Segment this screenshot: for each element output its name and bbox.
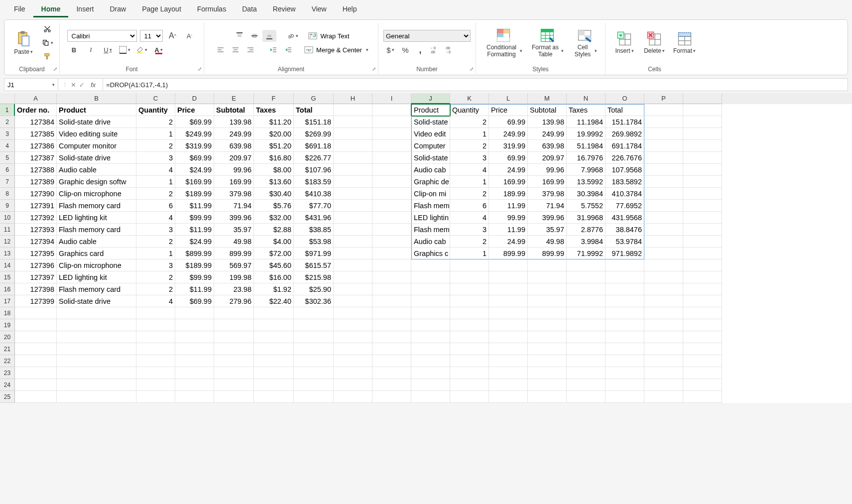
cell[interactable]: 71.94 [528,200,567,212]
cell[interactable] [334,236,372,248]
cell[interactable] [372,307,411,319]
cell[interactable] [136,391,175,403]
cell[interactable] [57,391,136,403]
cell[interactable]: $99.99 [175,271,214,283]
cell[interactable] [683,224,722,236]
col-header-O[interactable]: O [606,93,644,104]
cell[interactable]: 2 [136,140,175,152]
cell[interactable]: Total [606,104,644,116]
cell[interactable]: 169.99 [528,176,567,188]
cell[interactable]: 127397 [15,271,57,283]
cell[interactable] [294,307,334,319]
cell[interactable] [683,200,722,212]
cell[interactable]: $410.38 [294,188,334,200]
cell[interactable]: $16.00 [254,271,294,283]
menu-tab-draw[interactable]: Draw [102,2,134,17]
cell[interactable]: $899.99 [175,248,214,259]
cell[interactable] [528,319,567,331]
decrease-indent-icon[interactable] [266,44,280,56]
cell[interactable] [567,283,606,295]
cell[interactable]: 30.3984 [567,188,606,200]
row-header[interactable]: 25 [0,391,15,403]
cell[interactable] [683,319,722,331]
cell[interactable]: $431.96 [294,212,334,224]
cell[interactable] [334,259,372,271]
merge-center-button[interactable]: a Merge & Center ▾ [304,46,368,54]
cell[interactable]: 127384 [15,116,57,128]
row-header[interactable]: 4 [0,140,15,152]
cell[interactable]: Price [175,104,214,116]
cell[interactable] [334,140,372,152]
cell[interactable]: 971.9892 [606,248,644,259]
cell[interactable]: $38.85 [294,224,334,236]
cell[interactable] [254,391,294,403]
cell[interactable]: 226.7676 [606,152,644,164]
cell[interactable]: 11.99 [489,200,528,212]
cell[interactable]: $107.96 [294,164,334,176]
number-format-select[interactable]: General [383,30,471,42]
cell[interactable]: 139.98 [214,116,254,128]
col-header-J[interactable]: J [411,93,450,104]
cell[interactable] [334,295,372,307]
orientation-icon[interactable]: ab▾ [285,30,299,42]
dialog-launcher-icon[interactable]: ⤢ [470,66,474,72]
row-header[interactable]: 17 [0,295,15,307]
cell[interactable] [372,128,411,140]
cell[interactable] [644,295,683,307]
cell[interactable]: Price [489,104,528,116]
cell[interactable]: $32.00 [254,212,294,224]
cell[interactable] [334,116,372,128]
cell[interactable]: 2 [136,283,175,295]
cell[interactable] [644,307,683,319]
cell[interactable] [644,271,683,283]
cell[interactable] [528,343,567,355]
cell[interactable]: Quantity [136,104,175,116]
cell[interactable]: $16.80 [254,152,294,164]
cell[interactable] [294,355,334,367]
cell[interactable] [450,283,489,295]
cell[interactable]: $11.20 [254,116,294,128]
cell[interactable] [334,200,372,212]
cell[interactable] [489,283,528,295]
cell[interactable] [606,271,644,283]
cell[interactable]: Solid-state drive [57,116,136,128]
cell[interactable] [567,331,606,343]
cell[interactable]: 127392 [15,212,57,224]
cell[interactable] [254,355,294,367]
cell[interactable] [294,343,334,355]
cell[interactable]: 24.99 [489,164,528,176]
align-middle-icon[interactable] [247,30,261,42]
cell[interactable] [15,355,57,367]
cell[interactable]: 4 [450,212,489,224]
row-header[interactable]: 11 [0,224,15,236]
cell[interactable]: 11.1984 [567,116,606,128]
cell[interactable] [175,367,214,379]
row-header[interactable]: 15 [0,271,15,283]
cell[interactable] [254,343,294,355]
cell[interactable] [644,128,683,140]
col-header-C[interactable]: C [136,93,175,104]
cell[interactable] [606,295,644,307]
cell[interactable]: 379.98 [214,188,254,200]
format-as-table-button[interactable]: Format as Table▾ [527,27,567,59]
cell[interactable] [372,355,411,367]
row-header[interactable]: 8 [0,188,15,200]
cell[interactable] [372,367,411,379]
cell[interactable] [683,379,722,391]
col-header-L[interactable]: L [489,93,528,104]
cell[interactable] [683,307,722,319]
cell[interactable]: 279.96 [214,295,254,307]
increase-indent-icon[interactable] [281,44,295,56]
cell[interactable]: 2 [450,188,489,200]
cell[interactable]: Graphics c [411,248,450,259]
cell[interactable] [450,391,489,403]
menu-tab-view[interactable]: View [304,2,335,17]
cell[interactable]: 127389 [15,176,57,188]
cell[interactable]: Clip-on mi [411,188,450,200]
cell[interactable]: $4.00 [254,236,294,248]
cell[interactable]: $249.99 [175,128,214,140]
cell[interactable] [644,367,683,379]
cell[interactable] [644,140,683,152]
cell[interactable] [644,164,683,176]
dialog-launcher-icon[interactable]: ⤢ [372,66,376,72]
